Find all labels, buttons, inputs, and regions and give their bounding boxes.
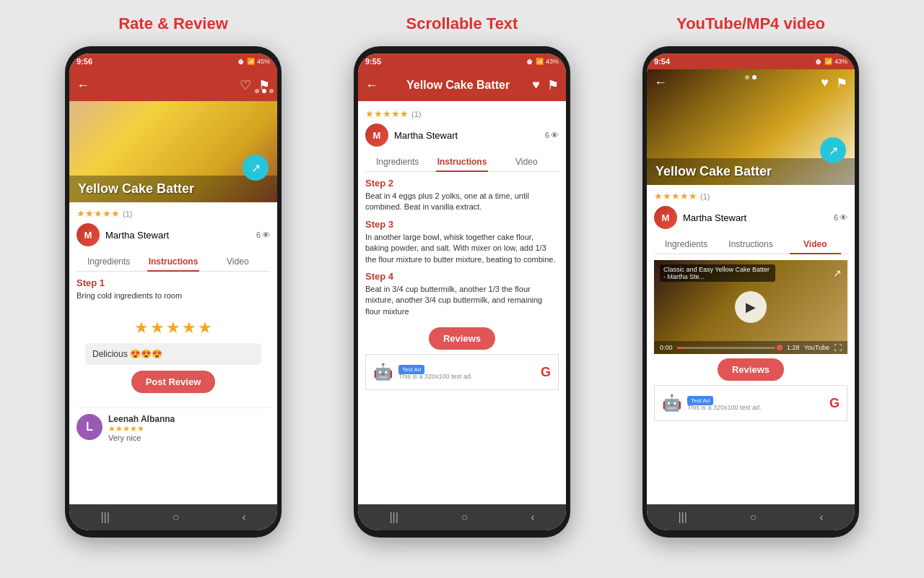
tab-instructions-2[interactable]: Instructions xyxy=(430,152,494,171)
phone-scrollable: 9:55 ⏰ 📶 43% ← Yellow Cake Batter ♥ ⚑ ★★… xyxy=(354,46,570,538)
author-name-2: Martha Stewart xyxy=(394,130,539,141)
tab-video-2[interactable]: Video xyxy=(494,152,559,171)
play-button[interactable]: ▶ xyxy=(735,291,767,323)
video-progress-fill xyxy=(677,347,685,349)
reviews-button-3[interactable]: Reviews xyxy=(718,358,784,381)
nav-bars-2[interactable]: ||| xyxy=(389,511,398,524)
nav-home-2[interactable]: ○ xyxy=(461,511,468,524)
video-progress-bar[interactable] xyxy=(677,347,776,349)
bottom-nav-2: ||| ○ ‹ xyxy=(358,504,566,530)
eye-icon-3: 👁 xyxy=(840,213,847,222)
step3-title: Step 3 xyxy=(365,219,559,230)
view-count-2: 6 👁 xyxy=(545,131,559,139)
user-review-row: L Leenah Albanna ★★★★★ Very nice xyxy=(77,407,270,442)
status-bar-1: 9:56 ⏰ 📶 45% xyxy=(69,53,277,69)
nav-home-1[interactable]: ○ xyxy=(173,511,180,524)
eye-icon-1: 👁 xyxy=(262,230,270,239)
back-button-1[interactable]: ← xyxy=(77,78,90,93)
post-review-button[interactable]: Post Review xyxy=(131,371,216,393)
heart-icon-2[interactable]: ♥ xyxy=(532,77,540,93)
nav-home-3[interactable]: ○ xyxy=(750,511,757,524)
phone-video: 9:54 ⏰ 📶 43% ← ♥ ⚑ xyxy=(642,46,859,538)
tab-instructions-3[interactable]: Instructions xyxy=(718,235,783,254)
tab-ingredients-1[interactable]: Ingredients xyxy=(77,252,141,271)
heart-icon-3[interactable]: ♥ xyxy=(821,75,829,91)
author-name-3: Martha Stewart xyxy=(683,212,828,223)
tabs-3: Ingredients Instructions Video xyxy=(654,235,847,254)
hero-image-1: Yellow Cake Batter ↗ xyxy=(69,101,277,202)
hero-overlay-1: Yellow Cake Batter xyxy=(69,176,277,202)
user-stars: ★★★★★ xyxy=(108,424,175,434)
hero-title-1: Yellow Cake Batter xyxy=(78,181,269,197)
step2-text: Beat in 4 eggs plus 2 yolks, one at a ti… xyxy=(365,191,559,213)
wifi-icon-3: 📶 xyxy=(824,58,832,65)
heart-icon-1[interactable]: ♡ xyxy=(240,77,251,93)
view-count-3: 6 👁 xyxy=(834,213,847,222)
dot-1 xyxy=(255,89,259,93)
user-name: Leenah Albanna xyxy=(108,414,175,424)
author-avatar-3: M xyxy=(654,206,677,229)
forward-icon[interactable]: ↗ xyxy=(833,267,842,279)
tab-instructions-1[interactable]: Instructions xyxy=(141,252,205,271)
dots-3 xyxy=(745,75,757,79)
hero-image-3: ← ♥ ⚑ Yellow Cake Batter ↗ xyxy=(647,69,855,185)
alarm-icon: ⏰ xyxy=(237,58,245,65)
step3-text: In another large bowl, whisk together ca… xyxy=(365,232,559,265)
ad-text-2: This is a 320x100 test ad. xyxy=(398,373,473,380)
google-logo-2: G xyxy=(541,365,551,380)
tab-ingredients-2[interactable]: Ingredients xyxy=(365,152,430,171)
nav-bar-1: ← ♡ ⚑ xyxy=(69,69,277,101)
tabs-2: Ingredients Instructions Video xyxy=(365,152,559,172)
status-time-2: 9:55 xyxy=(365,57,381,66)
share-button-1[interactable]: ↗ xyxy=(243,155,269,181)
step1-title: Step 1 xyxy=(77,277,270,288)
review-count-1: (1) xyxy=(123,210,132,218)
dot-3 xyxy=(269,89,274,93)
nav-bars-1[interactable]: ||| xyxy=(100,511,109,524)
bottom-nav-1: ||| ○ ‹ xyxy=(69,504,277,530)
share-button-3[interactable]: ↗ xyxy=(820,137,846,163)
eye-icon-2: 👁 xyxy=(551,131,559,139)
video-progress-dot xyxy=(777,345,783,350)
google-logo-3: G xyxy=(829,396,840,411)
stars-2: ★★★★★ xyxy=(365,108,409,119)
nav-back-2[interactable]: ‹ xyxy=(531,511,534,524)
tab-video-3[interactable]: Video xyxy=(783,235,847,254)
author-name-1: Martha Stewart xyxy=(105,230,250,241)
back-btn-3[interactable]: ← xyxy=(654,75,667,90)
step4-title: Step 4 xyxy=(365,271,559,282)
nav-actions-3: ♥ ⚑ xyxy=(821,75,847,91)
alarm-icon-2: ⏰ xyxy=(526,58,533,65)
dot-3b xyxy=(752,75,757,79)
user-comment: Very nice xyxy=(108,434,175,442)
tabs-1: Ingredients Instructions Video xyxy=(77,252,270,272)
step1-text: Bring cold ingredients to room xyxy=(77,290,270,301)
video-time-end: 1:28 xyxy=(787,344,800,351)
review-input[interactable] xyxy=(85,343,261,365)
tab-video-1[interactable]: Video xyxy=(206,252,270,271)
video-controls: 0:00 1:28 YouTube ⛶ xyxy=(654,341,847,354)
nav-back-1[interactable]: ‹ xyxy=(242,511,245,524)
flag-icon-3[interactable]: ⚑ xyxy=(836,75,847,91)
review-count-3: (1) xyxy=(700,192,710,201)
battery-1: 45% xyxy=(257,58,270,65)
tab-ingredients-3[interactable]: Ingredients xyxy=(654,235,718,254)
recipe-content-2: ★★★★★ (1) M Martha Stewart 6 👁 Ingredien… xyxy=(358,101,566,504)
section-title-center: Scrollable Text xyxy=(319,14,605,33)
back-button-2[interactable]: ← xyxy=(365,78,378,93)
ad-banner-2: 🤖 Test Ad This is a 320x100 test ad. G xyxy=(365,354,559,390)
stars-3: ★★★★★ xyxy=(654,191,697,202)
nav-bars-3[interactable]: ||| xyxy=(678,511,687,524)
flag-icon-2[interactable]: ⚑ xyxy=(547,77,559,93)
view-count-1: 6 👁 xyxy=(256,230,270,239)
status-time-3: 9:54 xyxy=(654,57,670,66)
video-player[interactable]: Classic and Easy Yellow Cake Batter - Ma… xyxy=(654,260,847,354)
video-title: Classic and Easy Yellow Cake Batter - Ma… xyxy=(660,264,775,282)
nav-back-3[interactable]: ‹ xyxy=(819,511,823,524)
video-title-bar: Classic and Easy Yellow Cake Batter - Ma… xyxy=(660,264,842,282)
review-overlay: ★ ★ ★ ★ ★ Post Review xyxy=(77,310,270,402)
hero-title-3: Yellow Cake Batter xyxy=(655,164,846,179)
fullscreen-icon[interactable]: ⛶ xyxy=(834,343,842,352)
reviews-button-2[interactable]: Reviews xyxy=(429,327,495,350)
ad-text-3: This is a 320x100 test ad. xyxy=(687,404,762,411)
